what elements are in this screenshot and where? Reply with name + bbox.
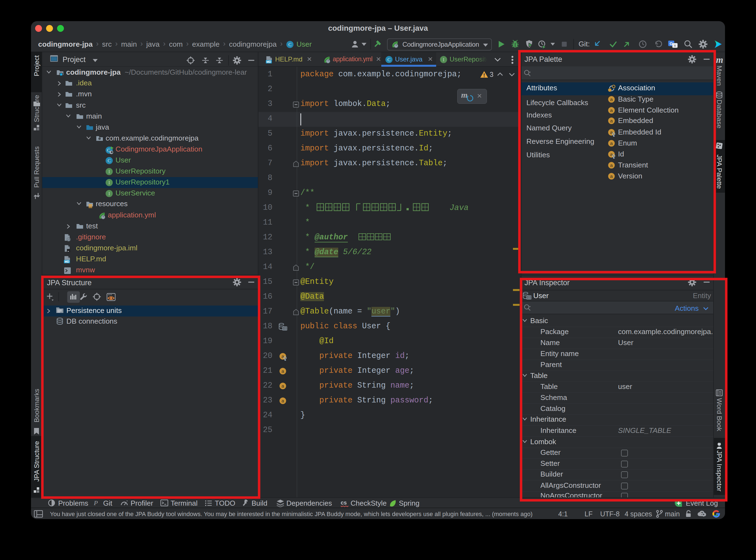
svg-text:I: I [108, 169, 110, 174]
svg-text:a: a [281, 398, 284, 403]
svg-text:I: I [443, 57, 444, 62]
svg-text:I: I [108, 191, 110, 196]
svg-text:a: a [281, 383, 284, 389]
svg-text:C: C [387, 57, 390, 62]
svg-text:MD: MD [64, 260, 69, 263]
svg-text:C: C [107, 158, 110, 163]
svg-text:x: x [674, 43, 676, 47]
svg-text:a: a [281, 369, 284, 374]
svg-text:C: C [288, 42, 291, 47]
svg-text:P: P [93, 499, 98, 506]
svg-text:MD: MD [266, 60, 271, 63]
svg-text:cs: cs [341, 500, 347, 506]
svg-text:I: I [108, 180, 110, 185]
